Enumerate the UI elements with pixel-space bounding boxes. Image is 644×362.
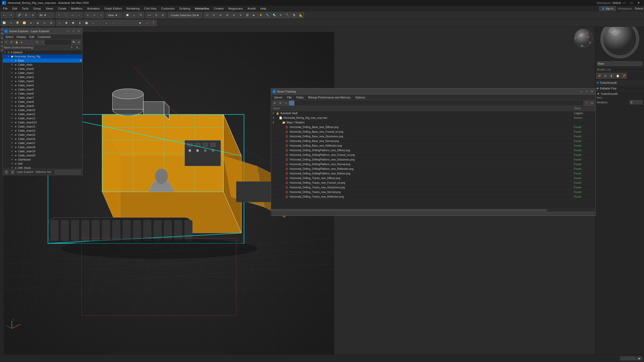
se-footer-layers-btn[interactable]: ☰ — [4, 170, 9, 174]
tb2-22[interactable]: ⬭ — [144, 20, 150, 26]
modifier-delete-button[interactable]: 🗑 — [609, 73, 614, 79]
at-menu-server[interactable]: Server — [272, 96, 284, 99]
visibility-icon[interactable]: 👁 — [11, 104, 14, 107]
filter-dropdown[interactable]: All ▼ — [38, 12, 54, 18]
tree-item[interactable]: 👁◈Cable_chain5 — [3, 87, 82, 91]
tb2-2[interactable]: ⊙ — [8, 20, 14, 26]
named-sel-5[interactable]: ⊕ — [231, 12, 237, 18]
at-tb-2[interactable]: ☰ — [278, 101, 283, 105]
tree-item[interactable]: 👁◈Cable_chain15 — [3, 133, 82, 137]
visibility-icon[interactable]: 👁 — [11, 158, 14, 161]
asset-row[interactable]: ▼🔒Autodesk VaultLogged... — [271, 111, 596, 116]
tree-item[interactable]: 👁◈Cable_chain19 — [3, 149, 82, 153]
redo-button[interactable]: ↪ — [8, 12, 14, 18]
se-tb-up[interactable]: ↑ — [25, 40, 29, 45]
tree-item[interactable]: 👁◈Cable_chain — [3, 63, 82, 67]
tb2-14[interactable]: ⬥ — [90, 20, 96, 26]
asset-row[interactable]: ▼📄Horizontal_Boring_Rig_max_vray.maxNetw… — [271, 116, 596, 120]
visibility-icon[interactable]: 👁 — [11, 117, 14, 120]
visibility-icon[interactable]: 👁 — [11, 108, 14, 112]
menu-file[interactable]: File — [1, 6, 10, 11]
unlink-button[interactable]: ⛓ — [23, 12, 29, 18]
menu-rendering[interactable]: Rendering — [125, 6, 142, 11]
tb2-1[interactable]: 🔄 — [1, 20, 7, 26]
maximize-button[interactable]: □ — [628, 0, 635, 6]
modifier-copy-button[interactable]: 📋 — [615, 73, 621, 79]
selection-set-input[interactable] — [55, 170, 81, 174]
undo-button[interactable]: ↩ — [1, 12, 7, 18]
render-button[interactable]: ▶ — [251, 12, 257, 18]
tb2-17[interactable]: ⬨ — [110, 20, 116, 26]
asset-row[interactable]: 🖼Horizontal_Drilling_Base_new_Fresnel_io… — [271, 130, 596, 134]
editable-poly-modifier[interactable]: ▶ Editable Poly — [595, 86, 644, 91]
view-mode-dropdown[interactable]: View ▼ — [107, 12, 122, 18]
visibility-icon[interactable]: 👁 — [11, 162, 14, 165]
named-sel-4[interactable]: ⊠ — [224, 12, 230, 18]
se-tb-down[interactable]: ↓ — [30, 40, 34, 45]
tree-item[interactable]: 👁◈Cable_chain12 — [3, 116, 82, 120]
select-region-circle[interactable]: ○ — [76, 12, 82, 18]
visibility-icon[interactable]: 👁 — [11, 80, 14, 83]
visibility-icon[interactable]: 👁 — [11, 113, 14, 116]
viewport-gizmo[interactable]: T op F B Bo — [573, 28, 594, 48]
tree-item[interactable]: 👁◈Cable_chain14 — [3, 129, 82, 133]
tb2-23[interactable]: ❓ — [150, 20, 157, 26]
tree-item[interactable]: 👁◈Cable_chain2 — [3, 75, 82, 79]
snap-toggle-button[interactable]: 🔲 — [124, 12, 131, 18]
percent-snap-button[interactable]: % — [138, 12, 144, 18]
at-menu-bitmap-perf[interactable]: Bitmap Performance and Memory — [306, 96, 353, 99]
toolbar-extras-6[interactable]: 📐 — [298, 12, 304, 18]
menu-interactive[interactable]: Interactive — [193, 6, 211, 11]
tb2-10[interactable]: ⬢ — [63, 20, 69, 26]
asset-row[interactable]: 🖼Horizontal_Drilling_Base_new_Glossiness… — [271, 134, 596, 139]
move-button[interactable]: ✛ — [85, 12, 91, 18]
se-menu-customize[interactable]: Customize — [36, 35, 53, 39]
named-sel-1[interactable]: ⊡ — [204, 12, 210, 18]
visibility-icon[interactable]: 👁 — [11, 67, 14, 70]
se-tb-add[interactable]: ⊕ — [19, 40, 24, 45]
tb2-19[interactable]: ⬪ — [124, 20, 130, 26]
se-tb-sort2[interactable]: ≡ — [40, 40, 45, 45]
visibility-icon[interactable]: 👁 — [11, 133, 14, 136]
select-object-button[interactable]: ↖ — [56, 12, 62, 18]
visibility-icon[interactable]: 👁 — [11, 75, 14, 79]
tb2-6[interactable]: ◉ — [35, 20, 41, 26]
at-tb-1[interactable]: ⊞ — [272, 101, 277, 105]
tb2-11[interactable]: ⬣ — [70, 20, 76, 26]
tree-item[interactable]: 👁⊟0 (default) — [3, 50, 82, 54]
scene-explorer-minus-button[interactable]: — — [66, 29, 70, 33]
asset-tracking-path-input[interactable] — [272, 212, 594, 215]
at-menu-file[interactable]: File — [285, 96, 294, 99]
menu-create[interactable]: Create — [56, 6, 68, 11]
se-menu-select[interactable]: Select — [4, 35, 15, 39]
tree-item[interactable]: 👁◈Cable_chain16 — [3, 137, 82, 141]
iterations-value[interactable]: 0 — [630, 100, 642, 104]
menu-group[interactable]: Group — [31, 6, 43, 11]
tree-item[interactable]: 👁◈Cable_chain17 — [3, 141, 82, 145]
tree-item[interactable]: 👁◈Cable_chain9 — [3, 104, 82, 108]
tb2-9[interactable]: ⬡ — [56, 20, 63, 26]
render-setup-button[interactable]: 🖼 — [244, 12, 250, 18]
asset-tracking-restore-button[interactable]: □ — [585, 89, 589, 94]
select-region-button[interactable]: ⬛ — [63, 12, 69, 18]
toolbar-extras-5[interactable]: 🗜 — [291, 12, 297, 18]
base-name-input[interactable]: Base — [597, 61, 642, 66]
asset-row[interactable]: 🖼Horizontal_Drilling_Tracks_new_Diffuse.… — [271, 176, 596, 181]
tree-item[interactable]: 👁◈Cable_chain10 — [3, 108, 82, 112]
tree-item[interactable]: 👁◈Cable_chain8 — [3, 100, 82, 104]
tree-item[interactable]: 👁◈Cable_chain1 — [3, 71, 82, 75]
scene-explorer-restore-button[interactable]: □ — [71, 29, 76, 33]
scene-explorer-close-button[interactable]: ✕ — [77, 29, 81, 33]
tree-item[interactable]: 👁◈Base✱ — [3, 58, 82, 63]
at-tb-3[interactable]: ≡ — [283, 101, 289, 105]
at-menu-paths[interactable]: Paths — [294, 96, 306, 99]
toolbar-extras-4[interactable]: 🔨 — [284, 12, 291, 18]
tree-item[interactable]: 👁◈Drill_chuck — [3, 166, 82, 169]
visibility-icon[interactable]: 👁 — [11, 154, 14, 157]
asset-row[interactable]: 🖼Horizontal_Drilling_DrillingPlatform_ne… — [271, 148, 596, 153]
asset-tracking-close-button[interactable]: ✕ — [590, 89, 594, 94]
modifier-list-toggle[interactable]: ☰ — [602, 73, 608, 79]
menu-graph-editors[interactable]: Graph Editors — [102, 6, 124, 11]
tree-item[interactable]: 👁◈Cable_chain18 — [3, 145, 82, 149]
tb2-21[interactable]: ⬬ — [137, 20, 143, 26]
